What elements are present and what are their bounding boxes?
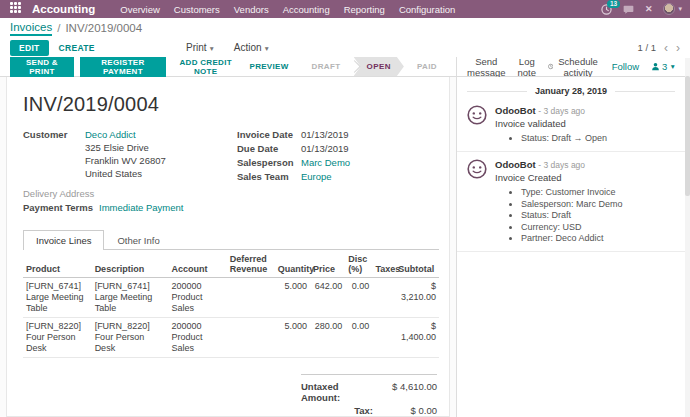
followers-menu[interactable]: 3 ▼	[651, 61, 676, 72]
follow-button[interactable]: Follow	[612, 61, 639, 72]
close-icon[interactable]: ✕	[645, 4, 653, 14]
chatter: January 28, 2019 OdooBot - 3 days ago In…	[456, 77, 690, 417]
preview-button[interactable]: PREVIEW	[250, 62, 289, 71]
message-author[interactable]: OdooBot	[495, 105, 536, 116]
chatter-topbar: Send message Log note Schedule activity …	[456, 57, 690, 76]
nav-item-reporting[interactable]: Reporting	[337, 4, 392, 15]
cell-subtotal: $ 3,210.00	[395, 278, 439, 318]
tab-invoice-lines[interactable]: Invoice Lines	[23, 230, 104, 250]
message-timestamp: - 3 days ago	[538, 160, 585, 170]
vertical-scrollbar[interactable]	[685, 58, 690, 417]
cell-taxes	[372, 278, 395, 318]
form-pane: INV/2019/0004 Customer Deco Addict 325 E…	[0, 77, 456, 417]
message-timestamp: - 3 days ago	[538, 106, 585, 116]
due-date-label: Due Date	[237, 142, 301, 155]
tax-label: Tax:	[354, 405, 373, 416]
customer-link[interactable]: Deco Addict	[85, 129, 136, 140]
sales-team-link[interactable]: Europe	[301, 170, 332, 183]
message-tracking-values: Status: Draft → Open	[521, 133, 675, 143]
col-header-account: Account	[169, 251, 227, 278]
tracking-value: Status: Draft	[521, 210, 675, 220]
payment-terms-label: Payment Terms	[23, 201, 99, 214]
chatter-message: OdooBot - 3 days ago Invoice Created Typ…	[457, 152, 685, 252]
cell-description: [FURN_8220] Four Person Desk	[92, 318, 169, 358]
breadcrumb-invoices-link[interactable]: Invoices	[10, 21, 52, 36]
status-step-draft[interactable]: DRAFT	[299, 57, 354, 76]
table-header-row: Product Description Account Deferred Rev…	[23, 251, 439, 278]
tracking-value: Salesperson: Marc Demo	[521, 199, 675, 209]
schedule-activity-button[interactable]: Schedule activity	[548, 56, 600, 78]
cp-dropdowns: Print▼ Action▼	[0, 42, 456, 53]
activity-badge: 13	[607, 0, 620, 8]
odoo-accounting-app: Accounting Overview Customers Vendors Ac…	[0, 0, 690, 417]
systray: 13 ✕ ▾	[601, 3, 682, 15]
chevron-down-icon: ▼	[264, 45, 270, 52]
salesperson-link[interactable]: Marc Demo	[301, 156, 350, 169]
status-step-paid[interactable]: PAID	[404, 57, 450, 76]
message-body: Invoice Created	[495, 172, 675, 183]
message-tracking-values: Type: Customer Invoice Salesperson: Marc…	[521, 187, 675, 243]
cell-deferred-revenue	[227, 318, 275, 358]
send-print-button[interactable]: SEND & PRINT	[10, 55, 74, 79]
pager-previous-icon[interactable]: ‹	[664, 43, 668, 53]
col-header-deferred-revenue: Deferred Revenue	[227, 251, 275, 278]
tracking-value: Type: Customer Invoice	[521, 187, 675, 197]
tracking-value: Status: Draft → Open	[521, 133, 675, 143]
cell-taxes	[372, 318, 395, 358]
invoice-line-row[interactable]: [FURN_6741] Large Meeting Table [FURN_67…	[23, 278, 439, 318]
invoice-line-row[interactable]: [FURN_8220] Four Person Desk [FURN_8220]…	[23, 318, 439, 358]
status-steps: DRAFT OPEN PAID	[299, 57, 451, 76]
nav-item-customers[interactable]: Customers	[167, 4, 227, 15]
user-menu[interactable]: ▾	[663, 3, 682, 15]
send-message-button[interactable]: Send message	[467, 56, 506, 78]
tax-value: $ 0.00	[379, 405, 437, 416]
add-credit-note-button[interactable]: ADD CREDIT NOTE	[172, 58, 240, 76]
chevron-down-icon: ▼	[209, 45, 215, 52]
activity-clock-icon[interactable]: 13	[601, 4, 612, 15]
cell-account: 200000 Product Sales	[169, 278, 227, 318]
untaxed-amount-value: $ 4,610.00	[382, 381, 437, 392]
chat-bubble-icon[interactable]	[623, 4, 634, 15]
col-header-subtotal: Subtotal	[395, 251, 439, 278]
nav-item-overview[interactable]: Overview	[113, 4, 167, 15]
chatter-message: OdooBot - 3 days ago Invoice validated S…	[457, 98, 685, 152]
user-avatar	[663, 3, 675, 15]
notebook-tabs: Invoice Lines Other Info	[23, 229, 439, 250]
cell-price: 280.00	[310, 318, 345, 358]
followers-count: 3	[662, 61, 667, 72]
cell-quantity: 5.000	[275, 278, 310, 318]
pager-value: 1 / 1	[638, 42, 657, 53]
invoice-sheet: INV/2019/0004 Customer Deco Addict 325 E…	[6, 77, 450, 417]
register-payment-button[interactable]: REGISTER PAYMENT	[80, 55, 166, 79]
payment-terms-link[interactable]: Immediate Payment	[99, 201, 183, 214]
cell-product: [FURN_6741] Large Meeting Table	[23, 278, 92, 318]
date-separator-label: January 28, 2019	[535, 86, 607, 96]
col-header-disc: Disc (%)	[345, 251, 372, 278]
apps-grid-icon[interactable]	[10, 2, 24, 16]
breadcrumb: Invoices / INV/2019/0004	[0, 18, 690, 38]
action-menu[interactable]: Action▼	[234, 42, 270, 53]
tab-other-info[interactable]: Other Info	[104, 230, 172, 250]
nav-item-accounting[interactable]: Accounting	[276, 4, 337, 15]
message-author[interactable]: OdooBot	[495, 159, 536, 170]
due-date-value: 01/13/2019	[301, 142, 349, 155]
scrollbar-thumb[interactable]	[685, 76, 690, 196]
col-header-price: Price	[310, 251, 345, 278]
nav-item-configuration[interactable]: Configuration	[392, 4, 463, 15]
app-brand[interactable]: Accounting	[32, 3, 95, 15]
cell-price: 642.00	[310, 278, 345, 318]
cell-product: [FURN_8220] Four Person Desk	[23, 318, 92, 358]
print-menu[interactable]: Print▼	[186, 42, 215, 53]
totals-block: Untaxed Amount: $ 4,610.00 Tax: $ 0.00 T…	[301, 374, 437, 417]
pager: 1 / 1 ‹ ›	[638, 42, 681, 53]
tracking-value: Currency: USD	[521, 222, 675, 232]
status-step-open[interactable]: OPEN	[354, 57, 404, 76]
invoice-lines-table: Product Description Account Deferred Rev…	[23, 251, 439, 358]
breadcrumb-current: INV/2019/0004	[65, 22, 142, 34]
chevron-down-icon: ▾	[678, 5, 682, 13]
pager-next-icon[interactable]: ›	[676, 43, 680, 53]
log-note-button[interactable]: Log note	[518, 56, 536, 78]
cell-account: 200000 Product Sales	[169, 318, 227, 358]
odoobot-avatar	[467, 105, 487, 145]
nav-item-vendors[interactable]: Vendors	[227, 4, 276, 15]
